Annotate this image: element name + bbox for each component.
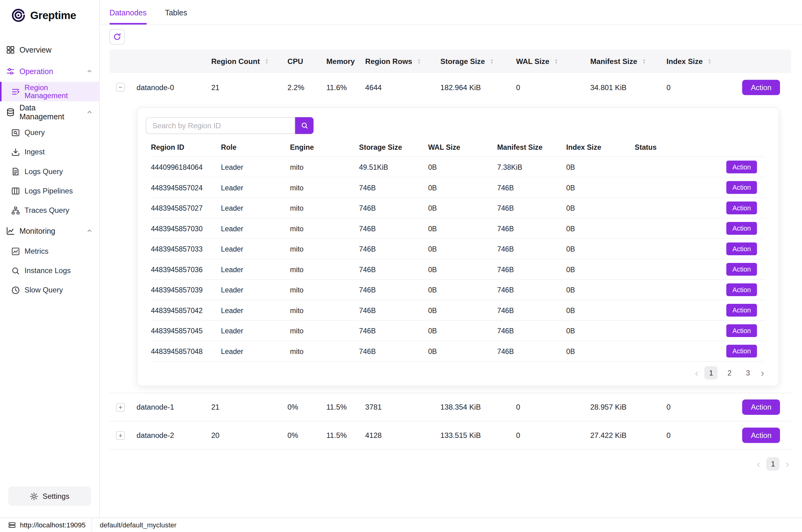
- action-button[interactable]: Action: [726, 283, 757, 296]
- action-button[interactable]: Action: [726, 242, 757, 255]
- action-button[interactable]: Action: [726, 324, 757, 337]
- cell-storage-size: 133.515 KiB: [440, 431, 516, 439]
- traces-query-icon: [12, 206, 20, 214]
- cell-manifest-size: 746B: [497, 347, 567, 356]
- sidebar-item-overview[interactable]: Overview: [0, 39, 99, 60]
- search-button[interactable]: [295, 117, 314, 134]
- sort-down-icon: ▼: [708, 61, 712, 64]
- sidebar-item-monitoring[interactable]: Monitoring: [0, 220, 99, 241]
- collapse-row-button[interactable]: −: [116, 83, 125, 91]
- region-row: 4483945857033 Leader mito 746B 0B 746B 0…: [151, 239, 765, 260]
- action-button[interactable]: Action: [726, 304, 757, 317]
- column-header-label: Memory: [326, 57, 355, 65]
- sidebar-item-logs-query[interactable]: Logs Query: [0, 162, 99, 181]
- page-number[interactable]: 2: [723, 366, 736, 379]
- cell-index-size: 0B: [566, 306, 635, 314]
- cell-index-size: 0B: [566, 327, 635, 335]
- region-row: 4483945857024 Leader mito 746B 0B 746B 0…: [151, 177, 765, 198]
- sidebar-nav: Overview Operation Region Management Dat…: [0, 31, 99, 487]
- expand-row-button[interactable]: +: [116, 431, 125, 439]
- gear-icon: [30, 492, 38, 500]
- sidebar-item-label: Region Management: [25, 83, 93, 100]
- sort-icon[interactable]: ▲ ▼: [643, 58, 646, 64]
- column-header: Role: [221, 143, 290, 152]
- main-area: Datanodes Tables Region Count: [100, 0, 802, 517]
- next-page-icon[interactable]: ›: [760, 368, 765, 378]
- column-header: WAL Size ▲ ▼: [516, 57, 590, 65]
- action-button[interactable]: Action: [726, 202, 757, 214]
- sidebar-item-query[interactable]: Query: [0, 123, 99, 142]
- action-button[interactable]: Action: [726, 160, 757, 173]
- region-search-input[interactable]: [146, 117, 295, 134]
- action-button[interactable]: Action: [726, 222, 757, 235]
- cell-region-id: 4483945857027: [151, 204, 221, 212]
- data-management-icon: [6, 108, 15, 116]
- cell-manifest-size: 746B: [497, 286, 567, 294]
- action-button[interactable]: Action: [742, 399, 780, 415]
- sort-down-icon: ▼: [554, 61, 558, 64]
- region-row: 4440996184064 Leader mito 49.51KiB 0B 7.…: [151, 157, 765, 178]
- cell-memory: 11.6%: [326, 83, 365, 91]
- region-row: 4483945857036 Leader mito 746B 0B 746B 0…: [151, 259, 765, 280]
- page-number[interactable]: 1: [766, 457, 780, 471]
- chevron-up-icon: [86, 109, 93, 116]
- page-number[interactable]: 1: [705, 366, 718, 379]
- sidebar-item-logs-pipelines[interactable]: Logs Pipelines: [0, 181, 99, 201]
- cell-engine: mito: [290, 183, 359, 192]
- metrics-icon: [12, 247, 20, 255]
- region-row: 4483945857027 Leader mito 746B 0B 746B 0…: [151, 198, 765, 218]
- action-button[interactable]: Action: [726, 181, 757, 194]
- cell-role: Leader: [221, 347, 290, 356]
- tab-datanodes[interactable]: Datanodes: [110, 0, 147, 25]
- action-button[interactable]: Action: [742, 80, 780, 95]
- action-button[interactable]: Action: [742, 428, 780, 443]
- cell-region-id: 4440996184064: [151, 163, 221, 171]
- cell-region-id: 4483945857042: [151, 306, 221, 314]
- cell-index-size: 0B: [566, 204, 635, 212]
- sidebar-item-operation[interactable]: Operation: [0, 60, 99, 82]
- refresh-button[interactable]: [110, 29, 125, 44]
- cell-index-size: 0B: [566, 163, 635, 171]
- cell-storage-size: 746B: [359, 327, 428, 335]
- sidebar-item-ingest[interactable]: Ingest: [0, 142, 99, 162]
- cell-wal-size: 0B: [428, 286, 497, 294]
- cell-wal-size: 0B: [428, 327, 497, 335]
- sort-icon[interactable]: ▲ ▼: [554, 58, 558, 64]
- action-button[interactable]: Action: [726, 345, 757, 358]
- sidebar-item-metrics[interactable]: Metrics: [0, 241, 99, 261]
- cell-role: Leader: [221, 183, 290, 192]
- cell-storage-size: 182.964 KiB: [440, 83, 516, 91]
- statusbar: http://localhost:19095 default/default_m…: [0, 517, 802, 532]
- cell-storage-size: 746B: [359, 306, 428, 314]
- sidebar-item-instance-logs[interactable]: Instance Logs: [0, 261, 99, 280]
- sidebar-item-label: Logs Query: [25, 167, 63, 176]
- cell-storage-size: 746B: [359, 245, 428, 253]
- cell-storage-size: 49.51KiB: [359, 163, 428, 171]
- region-row: 4483945857048 Leader mito 746B 0B 746B 0…: [151, 341, 765, 362]
- sort-icon[interactable]: ▲ ▼: [417, 58, 421, 64]
- expand-row-button[interactable]: +: [116, 403, 125, 412]
- sidebar-item-traces-query[interactable]: Traces Query: [0, 201, 99, 220]
- cell-role: Leader: [221, 265, 290, 273]
- sidebar-item-data-management[interactable]: Data Management: [0, 101, 99, 123]
- cell-storage-size: 746B: [359, 265, 428, 273]
- tab-tables[interactable]: Tables: [165, 0, 187, 25]
- sidebar-item-label: Overview: [19, 45, 51, 54]
- action-button[interactable]: Action: [726, 263, 757, 276]
- slow-query-icon: [12, 286, 20, 294]
- cell-engine: mito: [290, 163, 359, 171]
- query-icon: [12, 128, 20, 137]
- page-number[interactable]: 3: [741, 366, 755, 379]
- sidebar-item-slow-query[interactable]: Slow Query: [0, 280, 99, 300]
- overview-icon: [6, 45, 15, 54]
- cell-index-size: 0: [666, 403, 742, 412]
- cell-wal-size: 0B: [428, 224, 497, 232]
- sort-icon[interactable]: ▲ ▼: [708, 58, 712, 64]
- settings-button[interactable]: Settings: [8, 487, 91, 506]
- sort-icon[interactable]: ▲ ▼: [490, 58, 494, 64]
- sort-icon[interactable]: ▲ ▼: [265, 58, 269, 64]
- sidebar-item-region-management[interactable]: Region Management: [0, 82, 99, 101]
- region-detail-panel: Region IDRoleEngineStorage SizeWAL SizeM…: [137, 107, 779, 386]
- column-header: Status: [635, 143, 726, 152]
- cell-cpu: 0%: [288, 403, 326, 412]
